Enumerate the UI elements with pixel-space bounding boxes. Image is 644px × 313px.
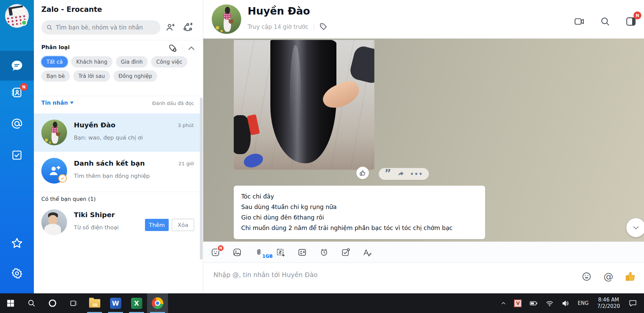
suggestion-item-tiki-shiper[interactable]: Tiki Shiper Từ số điện thoại Thêm Xóa [34,207,203,247]
todo-add-button[interactable] [341,248,350,257]
verified-check-badge [58,174,67,183]
file-explorer-button[interactable] [84,293,105,313]
scroll-to-bottom-button[interactable] [626,218,644,237]
screenshot-button[interactable] [276,248,285,257]
divider [314,23,314,30]
start-button[interactable] [0,293,21,313]
chat-list-item-friend-requests[interactable]: Danh sách kết bạn 21 giờ Tìm thêm bạn đồ… [34,152,203,190]
reminder-button[interactable] [319,248,329,257]
image-button[interactable] [232,248,242,257]
message-bubble: Tóc chi đây Sau dùng 4tuần chi kg rụng n… [234,186,485,239]
avatar [41,209,67,235]
emoji-picker-button[interactable] [580,270,593,283]
messages-filter-dropdown[interactable]: Tin nhắn [41,100,74,106]
sidebar-item-messages[interactable] [0,56,34,75]
remove-suggestion-button[interactable]: Xóa [172,219,194,231]
cortana-button[interactable] [42,293,63,313]
sidebar-item-todo[interactable] [0,146,34,165]
contact-card-button[interactable] [297,248,307,257]
sidebar-item-favorites[interactable] [0,234,34,253]
filter-chip-work[interactable]: Công việc [151,56,187,67]
message-line: Sau dùng 4tuần chi kg rụng nữa [241,202,478,212]
chat-time: 21 giờ [179,161,194,166]
sidebar-item-settings[interactable] [0,264,34,283]
photo-message-hair[interactable] [234,40,374,170]
divider [34,40,203,40]
clock-date: 7/2/2020 [597,303,620,310]
mention-button[interactable]: @ [602,270,615,283]
search-input[interactable] [56,24,151,31]
sidebar-item-contacts[interactable]: N [0,83,34,102]
windows-taskbar: W X V ENG 8:46 AM [0,293,644,313]
filter-chip-friends[interactable]: Bạn bè [41,70,70,82]
filter-chip-all[interactable]: Tất cả [41,56,68,67]
sidebar-item-mentions[interactable] [0,114,34,133]
quick-like-button[interactable] [624,270,637,283]
format-text-button[interactable] [362,248,372,257]
quote-reply-button[interactable]: ” [385,173,391,176]
caret-down-icon [70,102,74,104]
add-friend-button[interactable] [165,22,176,33]
chat-header: Huyền Đào Truy cập 14 giờ trước N [203,0,644,39]
filter-chip-colleagues[interactable]: Đồng nghiệp [113,70,157,82]
messages-label: Tin nhắn [41,100,68,106]
message-input[interactable] [213,271,569,278]
mark-read-button[interactable]: Đánh dấu đã đọc [152,101,194,106]
excel-icon: X [131,298,142,309]
more-options-button[interactable]: ••• [410,171,423,178]
panel-scrollbar[interactable] [200,98,203,259]
word-icon: W [110,298,121,309]
add-suggestion-button[interactable]: Thêm [145,219,169,231]
panel-badge: N [633,12,641,19]
search-bar[interactable] [41,20,161,35]
chat-area: Huyền Đào Truy cập 14 giờ trước N [203,0,644,293]
battery-icon[interactable] [525,293,542,313]
star-icon [10,236,24,250]
composer-toolbar: N 1GB [203,242,644,263]
filter-chip-customers[interactable]: Khách hàng [71,56,112,67]
at-sign-icon [10,117,24,130]
language-indicator[interactable]: ENG [574,293,592,313]
last-seen-status: Truy cập 14 giờ trước [248,23,309,30]
message-composer: @ [203,263,644,293]
gear-icon [10,267,24,280]
suggestion-source: Từ số điện thoại [74,224,119,231]
like-reaction-button[interactable] [356,167,369,179]
action-center-button[interactable] [625,293,644,313]
create-group-button[interactable] [182,22,194,33]
forward-button[interactable] [397,170,404,178]
sticker-button[interactable]: N [211,248,220,257]
chat-list-item-huyen-dao[interactable]: Huyền Đào 3 phút Bạn: wao, đẹp quá chị ơ… [34,113,203,152]
conversation-panel-toggle[interactable]: N [625,16,637,27]
wifi-icon[interactable] [542,293,558,313]
video-call-button[interactable] [574,16,585,27]
filter-chip-reply-later[interactable]: Trả lời sau [73,70,110,82]
task-view-button[interactable] [63,293,84,313]
chat-snippet: Tìm thêm bạn đồng nghiệp [74,173,150,179]
message-line: Chi muốn dùng 2 năm để trải nghiệm phần … [241,223,478,233]
taskbar-search-button[interactable] [21,293,42,313]
window-title: Zalo - Erocante [41,5,102,14]
volume-icon[interactable] [558,293,574,313]
filter-chip-family[interactable]: Gia đình [116,56,148,67]
search-in-chat-button[interactable] [599,16,611,27]
conversation-avatar[interactable] [212,4,241,34]
chat-snippet: Bạn: wao, đẹp quá chị ơi [74,134,143,141]
chat-name: Danh sách kết bạn [74,159,145,167]
taskbar-clock[interactable]: 8:46 AM 7/2/2020 [593,297,625,310]
excel-button[interactable]: X [126,293,147,313]
categories-label: Phân loại [41,44,70,50]
tray-expand-button[interactable] [497,293,510,313]
filter-chip-row-1: Tất cả Khách hàng Gia đình Công việc [41,56,187,67]
message-scroll-area[interactable]: ” ••• Tóc chi đây Sau dùng 4tuần chi kg … [203,39,644,242]
chat-name: Huyền Đào [74,121,116,129]
chrome-button[interactable] [147,293,168,313]
attachment-button[interactable]: 1GB [254,248,264,257]
word-button[interactable]: W [105,293,126,313]
collapse-chevron-icon[interactable] [187,44,196,53]
chat-time: 3 phút [178,123,194,128]
tag-plus-icon[interactable] [168,43,178,54]
tag-icon[interactable] [319,22,328,31]
unikey-tray-icon[interactable]: V [510,293,525,313]
suggestions-header: Có thể bạn quen (1) [41,196,96,202]
